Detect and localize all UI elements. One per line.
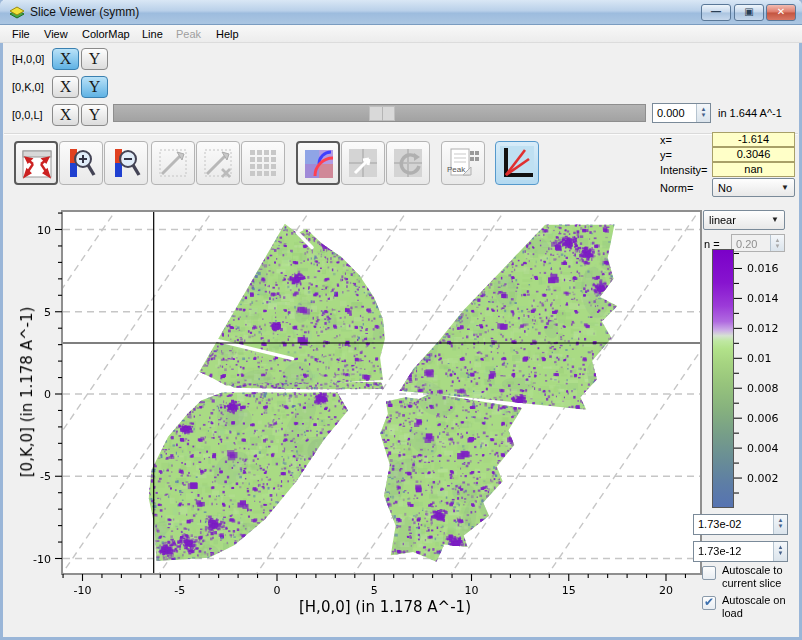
l-units-label: in 1.644 A^-1: [718, 107, 782, 119]
rebin-mode-icon: [301, 146, 337, 182]
line-mode-icon: [155, 145, 191, 181]
y-readout-label: y=: [660, 149, 672, 161]
zoom-out-icon: [108, 145, 144, 181]
intensity-readout-label: Intensity=: [660, 164, 707, 176]
autoscale-load-checkbox[interactable]: ✔: [702, 596, 716, 610]
colorbar-min-value: 1.73e-12: [698, 545, 741, 557]
norm-label: Norm=: [660, 182, 693, 194]
zoom-out-button[interactable]: [104, 141, 148, 185]
title-bar[interactable]: Slice Viewer (symm) — ▣ ✕: [0, 0, 802, 25]
peaks-overlay-button[interactable]: Peak: [441, 141, 485, 185]
snap-grid-icon: [245, 145, 281, 181]
close-icon: ✕: [777, 6, 785, 17]
dim-h-y-button[interactable]: Y: [81, 48, 108, 70]
line-clear-button[interactable]: [196, 141, 240, 185]
spin-arrows-icon[interactable]: ▲▼: [773, 542, 787, 561]
rebin-refresh-button[interactable]: [386, 141, 430, 185]
y-axis-label: [0,K,0] (in 1.178 A^-1): [18, 307, 36, 478]
colorbar-max-value: 1.73e-02: [698, 518, 741, 530]
autoscale-slice-label: Autoscale to current slice: [722, 564, 796, 590]
dim-label-l: [0,0,L]: [12, 109, 43, 121]
spin-arrows-icon[interactable]: ▲▼: [773, 515, 787, 534]
dim-k-y-button[interactable]: Y: [81, 76, 108, 98]
line-clear-icon: [200, 145, 236, 181]
maximize-icon: ▣: [744, 6, 753, 17]
dim-h-x-button[interactable]: X: [52, 48, 79, 70]
nonorthogonal-axes-button[interactable]: [495, 141, 539, 185]
rebin-mode-button[interactable]: [296, 141, 340, 185]
dim-label-k: [0,K,0]: [12, 81, 44, 93]
rebin-refresh-icon: [390, 145, 426, 181]
l-value: 0.000: [657, 107, 685, 119]
maximize-button[interactable]: ▣: [734, 4, 764, 21]
zoom-to-fit-button[interactable]: [14, 141, 58, 185]
dim-label-h: [H,0,0]: [12, 53, 44, 65]
separator: [4, 134, 798, 135]
menu-file[interactable]: File: [8, 27, 34, 41]
dim-l-y-button[interactable]: Y: [81, 104, 108, 126]
spin-arrows-icon[interactable]: ▲▼: [696, 104, 710, 122]
window-title: Slice Viewer (symm): [30, 5, 139, 19]
colorbar-max-spinbox[interactable]: 1.73e-02 ▲▼: [693, 514, 788, 535]
minimize-icon: —: [711, 6, 721, 17]
zoom-in-button[interactable]: [59, 141, 103, 185]
rebin-lock-icon: [345, 145, 381, 181]
autoscale-load-label: Autoscale on load: [722, 594, 796, 620]
zoom-in-icon: [63, 145, 99, 181]
minimize-button[interactable]: —: [701, 4, 731, 21]
zoom-to-fit-icon: [19, 146, 55, 182]
l-dimension-slider[interactable]: [113, 104, 646, 122]
rebin-lock-button[interactable]: [341, 141, 385, 185]
dim-k-x-button[interactable]: X: [52, 76, 79, 98]
intensity-readout-value: nan: [712, 162, 795, 177]
norm-combobox[interactable]: No ▼: [712, 178, 795, 197]
x-axis-label: [H,0,0] (in 1.178 A^-1): [255, 598, 515, 616]
y-readout-value: 0.3046: [712, 147, 795, 162]
autoscale-slice-checkbox[interactable]: [702, 566, 716, 580]
norm-value: No: [718, 182, 732, 194]
app-icon: [8, 4, 26, 20]
chevron-down-icon: ▼: [781, 183, 789, 192]
dim-l-x-button[interactable]: X: [52, 104, 79, 126]
menu-view[interactable]: View: [40, 27, 72, 41]
colorbar-min-spinbox[interactable]: 1.73e-12 ▲▼: [693, 541, 788, 562]
snap-grid-button[interactable]: [241, 141, 285, 185]
slice-viewer-window: { "window": { "title": "Slice Viewer (sy…: [0, 0, 802, 640]
peaks-overlay-icon: [445, 145, 481, 181]
peak-button-label: Peak: [447, 165, 465, 174]
line-mode-button[interactable]: [151, 141, 195, 185]
slider-handle[interactable]: [369, 106, 395, 121]
menu-peak: Peak: [172, 27, 205, 41]
x-readout-value: -1.614: [712, 132, 795, 147]
l-value-spinbox[interactable]: 0.000 ▲▼: [652, 103, 711, 123]
menu-colormap[interactable]: ColorMap: [78, 27, 134, 41]
slice-plot-canvas[interactable]: [0, 200, 706, 640]
menu-line[interactable]: Line: [138, 27, 167, 41]
close-button[interactable]: ✕: [766, 4, 796, 21]
x-readout-label: x=: [660, 134, 672, 146]
menu-bar: File View ColorMap Line Peak Help: [0, 25, 802, 43]
menu-help[interactable]: Help: [212, 27, 243, 41]
nonorthogonal-axes-icon: [499, 145, 535, 181]
check-icon: ✔: [704, 595, 714, 609]
